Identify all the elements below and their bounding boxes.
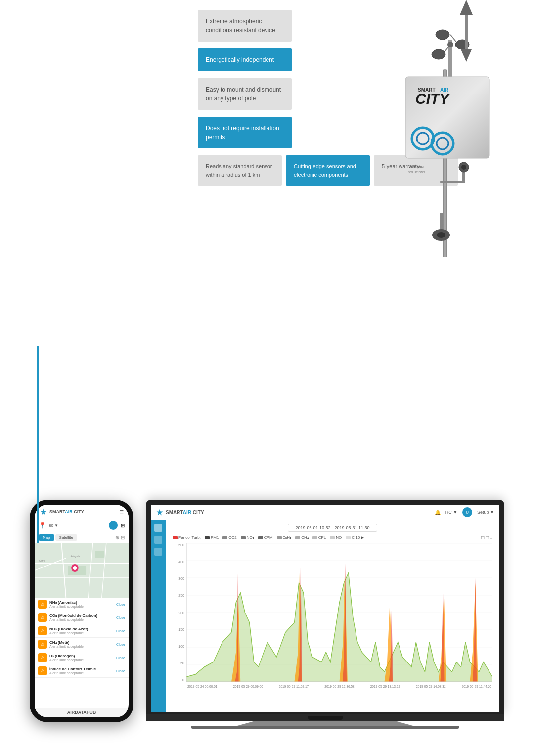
laptop-base xyxy=(146,714,504,721)
feature-box-3: Easy to mount and dismount on any type o… xyxy=(198,78,292,110)
sensor-name-4: CH₄ (Metà) xyxy=(49,640,114,645)
svg-point-24 xyxy=(461,165,466,170)
alert-icon-2: ⚠ xyxy=(38,613,47,622)
close-btn-4[interactable]: Close xyxy=(116,643,125,646)
svg-point-38 xyxy=(73,566,77,570)
laptop-screen-frame: SMARTAIR CITY 🔔 RC ▼ U Setup ▼ xyxy=(146,500,504,714)
date-range-bar: 2019-05-01 10:52 - 2019-05-31 11:30 xyxy=(173,524,492,532)
laptop-screen-inner: SMARTAIR CITY 🔔 RC ▼ U Setup ▼ xyxy=(151,505,499,712)
close-btn-6[interactable]: Close xyxy=(116,669,125,673)
chart-controls[interactable]: □ □ ↓ xyxy=(481,535,492,540)
close-btn-5[interactable]: Close xyxy=(116,656,125,660)
chart-container: 500 400 300 250 200 150 100 50 0 xyxy=(186,543,492,682)
date-range-selector[interactable]: 2019-05-01 10:52 - 2019-05-31 11:30 xyxy=(288,524,377,532)
sensor-item-3: ⚠ NO₂ (Diòxid de Azot) Alerta límit acce… xyxy=(35,624,129,638)
laptop-logo: SMARTAIR CITY xyxy=(166,510,204,515)
device-illustration: SMART AIR CITY SYSMIN SOLUTIONS xyxy=(366,0,524,277)
y-axis: 500 400 300 250 200 150 100 50 0 xyxy=(173,543,184,682)
sensor-sub-3: Alerta límit acceptable xyxy=(49,631,114,635)
phone-map-area[interactable]: Carrer Avinguda xyxy=(35,543,129,598)
legend-item-7: CH₄ xyxy=(295,535,309,540)
laptop-nav: 🔔 RC ▼ U Setup ▼ xyxy=(435,507,494,517)
laptop-foot xyxy=(191,726,460,729)
sensor-name-1: NH₃ (Amoníac) xyxy=(49,600,114,605)
sensor-name-2: CO₂ (Monòxid de Carbon) xyxy=(49,614,114,618)
sensor-item-4: ⚠ CH₄ (Metà) Alerta límit acceptable Clo… xyxy=(35,638,129,651)
laptop-user-avatar[interactable]: U xyxy=(462,507,472,517)
laptop-app-header: SMARTAIR CITY 🔔 RC ▼ U Setup ▼ xyxy=(151,505,499,520)
svg-point-5 xyxy=(432,49,445,59)
feature-box-5: Reads any standard sensor within a radiu… xyxy=(198,155,282,186)
chart-legend: Paricol Turb. PM1 CO2 xyxy=(173,535,492,540)
sidebar-icon-2[interactable] xyxy=(154,536,162,544)
sidebar-icon-3[interactable] xyxy=(154,548,162,556)
legend-item-4: NO₂ xyxy=(241,535,254,540)
svg-text:SOLUTIONS: SOLUTIONS xyxy=(408,171,425,174)
sensor-item-2: ⚠ CO₂ (Monòxid de Carbon) Alerta límit a… xyxy=(35,611,129,624)
phone-toolbar: 📍 80 ▼ ⊞ xyxy=(35,519,129,532)
alert-icon-5: ⚠ xyxy=(38,653,47,662)
close-btn-3[interactable]: Close xyxy=(116,629,125,633)
legend-item-3: CO2 xyxy=(222,535,236,540)
sensor-name-6: Índice de Confort Tèrmic xyxy=(49,667,114,671)
legend-item-6: C₂H₂ xyxy=(277,535,292,540)
sensor-item-6: ⚠ Índice de Confort Tèrmic Alerta límit … xyxy=(35,664,129,678)
sensor-text-3: NO₂ (Diòxid de Azot) Alerta límit accept… xyxy=(49,627,114,635)
laptop-content: 2019-05-01 10:52 - 2019-05-31 11:30 Pari… xyxy=(151,520,499,712)
sidebar-icon-1[interactable] xyxy=(154,524,162,532)
feature-box-4: Does not require installation permits xyxy=(198,117,292,148)
sensor-text-1: NH₃ (Amoníac) Alerta límit acceptable xyxy=(49,600,114,608)
svg-point-1 xyxy=(436,30,449,40)
sensor-sub-6: Alerta límit acceptable xyxy=(49,671,114,675)
sensor-name-5: H₂ (Hidrogen) xyxy=(49,654,114,658)
phone-mockup: SMARTAIR CITY ≡ 📍 80 ▼ ⊞ Map Satellite ⊕… xyxy=(30,500,134,722)
phone-adjust-icon[interactable]: ⊞ xyxy=(121,523,125,528)
sensor-text-4: CH₄ (Metà) Alerta límit acceptable xyxy=(49,640,114,648)
sensor-item-5: ⚠ H₂ (Hidrogen) Alerta límit acceptable … xyxy=(35,651,129,664)
middle-section xyxy=(0,307,534,495)
laptop-sidebar xyxy=(151,520,166,712)
close-btn-1[interactable]: Close xyxy=(116,603,125,606)
chart-svg: -50 xyxy=(186,543,492,682)
phone-user-avatar xyxy=(109,521,118,530)
svg-point-6 xyxy=(447,42,453,47)
close-btn-2[interactable]: Close xyxy=(116,616,125,619)
svg-rect-36 xyxy=(95,551,104,558)
alert-icon-1: ⚠ xyxy=(38,600,47,609)
svg-text:Carrer: Carrer xyxy=(39,560,45,562)
phone-screen: SMARTAIR CITY ≡ 📍 80 ▼ ⊞ Map Satellite ⊕… xyxy=(35,505,129,717)
alert-icon-4: ⚠ xyxy=(38,640,47,649)
phone-map-tabs: Map Satellite ⊕ ⊟ xyxy=(35,532,129,543)
feature-box-1: Extreme atmospheric conditions resistant… xyxy=(198,10,292,42)
laptop-settings-label: Setup ▼ xyxy=(477,510,494,515)
phone-footer: AIRDATAHUB xyxy=(35,708,129,717)
sensor-sub-2: Alerta límit acceptable xyxy=(49,618,114,621)
svg-text:Avinguda: Avinguda xyxy=(70,555,80,558)
phone-location-label: 80 ▼ xyxy=(49,523,106,528)
svg-marker-8 xyxy=(460,0,473,15)
laptop-bell-icon[interactable]: 🔔 xyxy=(435,510,441,515)
legend-item-5: CPM xyxy=(258,535,273,540)
phone-sensor-list: ⚠ NH₃ (Amoníac) Alerta límit acceptable … xyxy=(35,598,129,708)
feature-box-2: Energetically independent xyxy=(198,48,292,71)
bottom-section: SMARTAIR CITY ≡ 📍 80 ▼ ⊞ Map Satellite ⊕… xyxy=(0,495,534,744)
laptop-location-label: RC ▼ xyxy=(445,510,457,515)
sensor-text-2: CO₂ (Monòxid de Carbon) Alerta límit acc… xyxy=(49,614,114,621)
satellite-tab-button[interactable]: Satellite xyxy=(55,534,77,541)
svg-text:SYSMIN: SYSMIN xyxy=(410,165,424,169)
sensor-item-1: ⚠ NH₃ (Amoníac) Alerta límit acceptable … xyxy=(35,598,129,611)
legend-item-8: CPL xyxy=(312,535,326,540)
phone-location-icon: 📍 xyxy=(39,522,46,529)
sensor-sub-1: Alerta límit acceptable xyxy=(49,605,114,608)
phone-menu-icon[interactable]: ≡ xyxy=(120,508,124,516)
map-tab-button[interactable]: Map xyxy=(39,534,54,541)
legend-item-2: PM1 xyxy=(205,535,219,540)
svg-marker-9 xyxy=(461,49,472,62)
laptop-logo-container: SMARTAIR CITY xyxy=(156,508,204,516)
x-axis-labels: 2019-05-24 00:00:01 2019-05-29 00:09:00 … xyxy=(186,685,492,688)
sensor-text-5: H₂ (Hidrogen) Alerta límit acceptable xyxy=(49,654,114,662)
sensor-name-3: NO₂ (Diòxid de Azot) xyxy=(49,627,114,631)
sensor-sub-4: Alerta límit acceptable xyxy=(49,645,114,648)
alert-icon-3: ⚠ xyxy=(38,626,47,635)
svg-rect-7 xyxy=(465,15,468,54)
